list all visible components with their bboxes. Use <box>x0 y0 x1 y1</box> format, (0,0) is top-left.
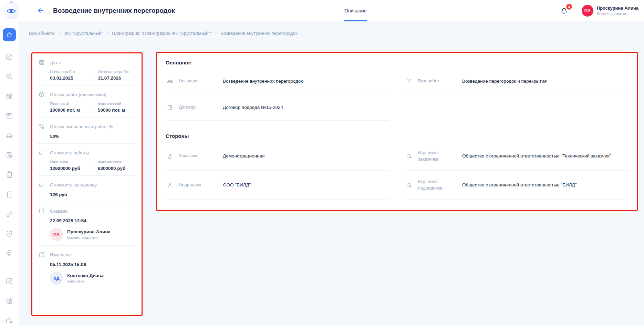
section-modified: Изменено 05.11.2025 15:06 КД Костенко Ди… <box>37 246 137 289</box>
contractor-value: ООО "БИЛД" <box>223 182 389 187</box>
work-type-value: Возведение перегородок и перекрытия <box>462 79 629 84</box>
breadcrumb-all-objects[interactable]: Все объекты <box>29 31 55 36</box>
tab-description-label: Описание <box>344 8 366 13</box>
field-name: Aa Название Возведение внутренних перего… <box>166 68 389 94</box>
app-header: Возведение внутренних перегородок Описан… <box>0 0 644 21</box>
section-title: Стоимость работы <box>50 150 89 155</box>
section-cost: Стоимость работы Плановая 12600000 руб Ф… <box>37 144 137 176</box>
plan-cost-value: 12600000 руб <box>50 166 88 171</box>
modified-by-user: КД Костенко Диана Аналитик <box>50 272 136 285</box>
door-icon[interactable] <box>5 190 13 198</box>
start-date-value: 03.02.2025 <box>50 75 88 81</box>
copy-icon[interactable] <box>5 297 13 305</box>
user-name: Проскурина Алина <box>67 229 111 234</box>
customer-value: Демонстрационная <box>223 153 389 159</box>
cube-icon <box>38 91 45 98</box>
search-icon[interactable] <box>5 72 13 81</box>
contract-icon <box>166 103 174 112</box>
field-label: Плановый <box>50 102 88 106</box>
section-title: Изменено <box>50 252 71 257</box>
clipboard-check-icon[interactable] <box>5 151 13 159</box>
user-icon <box>166 152 174 160</box>
field-label: Плановая <box>50 160 88 164</box>
field-label: Подрядчик <box>179 182 223 188</box>
user-role: Аналитик <box>67 279 104 283</box>
field-label: Вид работ <box>418 78 462 84</box>
created-by-user: ПА Проскурина Алина Бизнес-аналитик <box>50 228 136 241</box>
fact-volume-value: 50000 пог. м <box>98 108 125 113</box>
field-contractor: Подрядчик ООО "БИЛД" <box>166 171 389 200</box>
field-customer-entity: Юр. лицо заказчика Общество с ограниченн… <box>405 142 629 171</box>
square-plus-icon <box>38 207 45 215</box>
breadcrumb-schedule[interactable]: План-график: "План-график ЖК "Хрустальны… <box>112 31 211 36</box>
wrench-icon <box>405 77 413 85</box>
field-label: Юр. лицо подрядчика <box>418 179 448 191</box>
tab-description[interactable]: Описание <box>344 0 366 21</box>
flow-icon[interactable] <box>5 249 13 257</box>
app-logo <box>3 1 20 21</box>
field-work-type: Вид работ Возведение перегородок и перек… <box>405 68 629 94</box>
avatar: КД <box>50 272 63 285</box>
clipboard-text-icon[interactable] <box>5 171 13 179</box>
field-label: Заказчик <box>179 153 223 159</box>
details-main-panel: Основное Aa Название Возведение внутренн… <box>157 53 637 211</box>
section-title: Объем работ (физический) <box>50 92 106 97</box>
user-name: Костенко Диана <box>67 273 104 278</box>
breadcrumb-current: Возведение внутренних перегородок <box>220 31 297 36</box>
logo-ornament-ball <box>3 3 19 19</box>
user-avatar[interactable]: ПА <box>582 5 593 17</box>
field-contract: Договор Договор подряда №15-2024 <box>166 94 389 121</box>
section-title: Объем выполненных работ, % <box>50 124 113 129</box>
breadcrumb-project[interactable]: ЖК "Хрустальный" <box>64 31 103 36</box>
calendar-icon[interactable] <box>5 92 13 100</box>
notification-badge: 3 <box>566 4 572 10</box>
key-icon[interactable] <box>5 210 13 218</box>
section-title: Создано <box>50 208 67 214</box>
checkbox-icon[interactable] <box>5 277 13 285</box>
calendar-icon <box>38 59 45 66</box>
sidebar-item-home[interactable] <box>3 28 16 41</box>
section-volume: Объем работ (физический) Плановый 100000… <box>37 85 137 118</box>
contractor-entity-value: Общество с ограниченной ответственностью… <box>462 182 629 187</box>
back-button[interactable] <box>36 6 45 16</box>
section-title-parties: Стороны <box>166 133 629 139</box>
end-date-value: 31.07.2026 <box>98 75 129 81</box>
page-title: Возведение внутренних перегородок <box>53 7 175 14</box>
edit-icon <box>38 251 45 258</box>
section-progress: Объем выполненных работ, % 50% <box>37 118 137 144</box>
user-role: Бизнес-аналитик <box>597 12 638 16</box>
sidebar-divider <box>0 268 19 268</box>
modified-date-value: 05.11.2025 15:06 <box>50 262 136 267</box>
shield-check-icon[interactable] <box>5 230 13 238</box>
user-role: Бизнес-аналитик <box>67 235 111 240</box>
plan-volume-value: 100000 пог. м <box>50 108 88 113</box>
field-label: Окончание работ <box>98 70 129 74</box>
created-date-value: 22.09.2025 12:54 <box>50 218 136 223</box>
contract-value: Договор подряда №15-2024 <box>223 105 389 110</box>
archive-icon[interactable] <box>5 112 13 120</box>
home-icon <box>6 31 13 38</box>
breadcrumb-separator: › <box>107 31 108 35</box>
worker-icon <box>166 181 174 189</box>
coin-icon <box>38 149 45 156</box>
section-title: Стоимость за единицу <box>50 182 97 187</box>
eye-icon <box>7 8 16 14</box>
hardhat-icon[interactable] <box>5 131 13 140</box>
notifications-button[interactable]: 3 <box>560 6 569 16</box>
breadcrumb-separator: › <box>59 31 61 35</box>
coin-icon <box>38 181 45 189</box>
section-title-basic: Основное <box>166 60 629 65</box>
ban-icon[interactable] <box>5 53 13 61</box>
field-customer: Заказчик Демонстрационная <box>166 142 389 171</box>
unit-cost-value: 126 руб <box>50 192 136 197</box>
arrow-left-icon <box>37 7 44 14</box>
progress-value: 50% <box>50 134 136 139</box>
text-icon: Aa <box>166 77 174 85</box>
field-label: Фактический <box>98 102 125 106</box>
field-contractor-entity: Юр. лицо подрядчика Общество с ограничен… <box>405 171 629 200</box>
section-title: Даты <box>50 60 61 65</box>
user-menu[interactable]: Проскурина Алина Бизнес-аналитик <box>597 6 638 16</box>
legal-entity-icon <box>405 181 413 189</box>
briefcase-user-icon[interactable] <box>5 316 13 325</box>
name-value: Возведение внутренних перегородок <box>223 79 389 84</box>
